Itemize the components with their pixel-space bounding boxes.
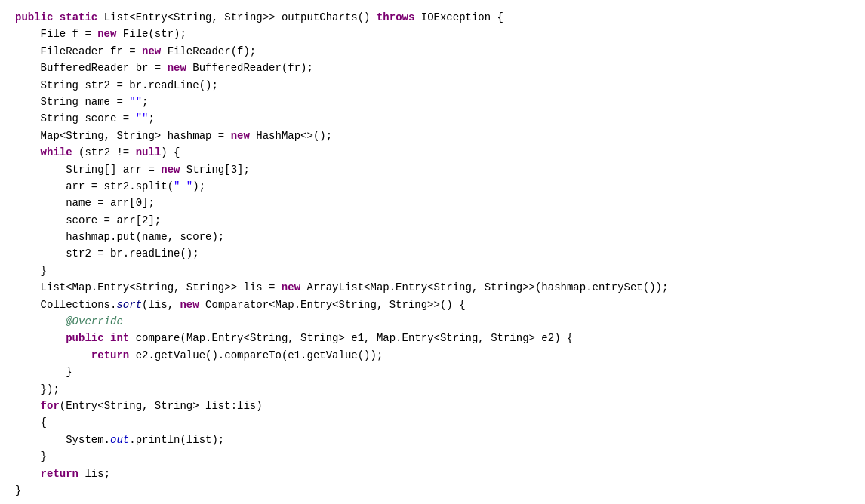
code-line-17: List<Map.Entry<String, String>> lis = ne… (15, 279, 850, 296)
code-line-13: score = arr[2]; (15, 212, 850, 229)
code-line-18: Collections.sort(lis, new Comparator<Map… (15, 297, 850, 313)
code-line-19: @Override (15, 313, 850, 330)
code-line-1: public static List<Entry<String, String>… (15, 9, 850, 26)
code-line-11: arr = str2.split(" "); (15, 178, 850, 195)
code-line-2: File f = new File(str); (15, 26, 850, 42)
code-line-25: { (15, 414, 850, 431)
code-editor: public static List<Entry<String, String>… (0, 0, 865, 504)
code-line-21: return e2.getValue().compareTo(e1.getVal… (15, 347, 850, 364)
code-line-29: } (15, 482, 850, 499)
code-line-16: } (15, 263, 850, 279)
code-line-4: BufferedReader br = new BufferedReader(f… (15, 60, 850, 76)
code-line-10: String[] arr = new String[3]; (15, 161, 850, 178)
code-line-20: public int compare(Map.Entry<String, Str… (15, 330, 850, 346)
code-line-6: String name = ""; (15, 94, 850, 110)
code-line-24: for(Entry<String, String> list:lis) (15, 398, 850, 414)
code-line-22: } (15, 364, 850, 380)
code-line-23: }); (15, 381, 850, 398)
code-line-15: str2 = br.readLine(); (15, 245, 850, 262)
code-line-12: name = arr[0]; (15, 195, 850, 211)
code-line-28: return lis; (15, 466, 850, 482)
code-line-3: FileReader fr = new FileReader(f); (15, 43, 850, 60)
code-line-5: String str2 = br.readLine(); (15, 77, 850, 94)
code-line-9: while (str2 != null) { (15, 144, 850, 161)
code-line-26: System.out.println(list); (15, 432, 850, 448)
code-line-27: } (15, 448, 850, 465)
code-line-7: String score = ""; (15, 110, 850, 127)
code-line-8: Map<String, String> hashmap = new HashMa… (15, 128, 850, 144)
code-line-14: hashmap.put(name, score); (15, 229, 850, 245)
